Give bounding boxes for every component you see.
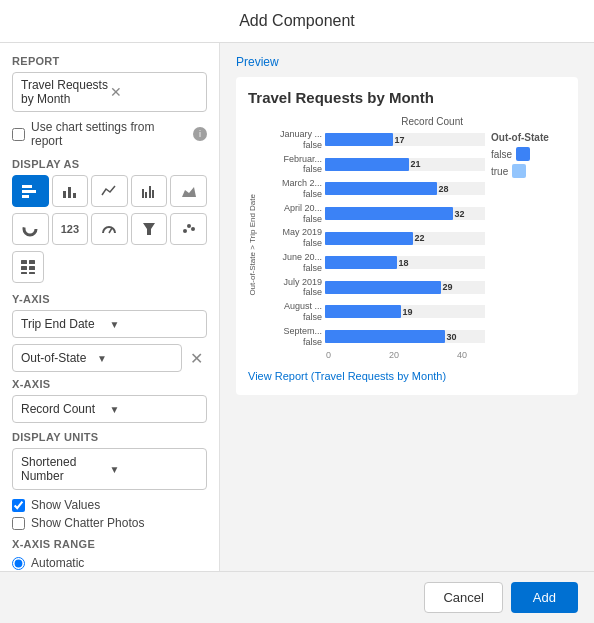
bar-fill bbox=[325, 305, 401, 318]
dropdown-arrow2: ▼ bbox=[97, 353, 173, 364]
legend: Out-of-State false true bbox=[491, 116, 566, 383]
svg-point-11 bbox=[24, 223, 36, 235]
bar-fill bbox=[325, 232, 413, 245]
display-number-btn[interactable]: 123 bbox=[52, 213, 89, 245]
display-units-dropdown[interactable]: Shortened Number ▼ bbox=[12, 448, 207, 490]
chart-title: Travel Requests by Month bbox=[248, 89, 566, 106]
x-tick-40: 40 bbox=[457, 350, 467, 360]
bar-y-label: August ... false bbox=[264, 301, 322, 323]
bar-value-label: 17 bbox=[395, 133, 405, 146]
y-axis-field2-dropdown[interactable]: Out-of-State ▼ bbox=[12, 344, 182, 372]
show-values-row: Show Values bbox=[12, 498, 207, 512]
show-chatter-label: Show Chatter Photos bbox=[31, 516, 144, 530]
bar-value-label: 19 bbox=[403, 305, 413, 318]
bar-row: May 2019 false22 bbox=[264, 227, 485, 249]
svg-point-14 bbox=[183, 229, 187, 233]
display-bar-grouped-btn[interactable] bbox=[131, 175, 168, 207]
bar-y-label: July 2019 false bbox=[264, 277, 322, 299]
bar-wrapper: 30 bbox=[325, 330, 485, 343]
display-area-btn[interactable] bbox=[170, 175, 207, 207]
svg-rect-2 bbox=[22, 195, 29, 198]
use-chart-settings-row: Use chart settings from report i bbox=[12, 120, 207, 148]
display-as-grid-row1 bbox=[12, 175, 207, 207]
svg-rect-9 bbox=[152, 190, 154, 198]
x-axis-dropdown[interactable]: Record Count ▼ bbox=[12, 395, 207, 423]
bar-value-label: 18 bbox=[399, 256, 409, 269]
svg-rect-17 bbox=[21, 260, 27, 264]
clear-report-icon[interactable]: ✕ bbox=[110, 84, 199, 100]
display-line-btn[interactable] bbox=[91, 175, 128, 207]
display-donut-btn[interactable] bbox=[12, 213, 49, 245]
bar-row: April 20... false32 bbox=[264, 203, 485, 225]
svg-rect-21 bbox=[21, 272, 27, 274]
bar-row: March 2... false28 bbox=[264, 178, 485, 200]
show-chatter-row: Show Chatter Photos bbox=[12, 516, 207, 530]
display-funnel-btn[interactable] bbox=[131, 213, 168, 245]
remove-y-axis-field2-btn[interactable]: ✕ bbox=[186, 347, 207, 370]
bar-fill bbox=[325, 133, 393, 146]
show-values-checkbox[interactable] bbox=[12, 499, 25, 512]
svg-rect-3 bbox=[63, 191, 66, 198]
legend-false-box bbox=[516, 147, 530, 161]
x-axis-label: X-Axis bbox=[12, 378, 207, 390]
svg-rect-20 bbox=[29, 266, 35, 270]
dialog-title: Add Component bbox=[0, 0, 594, 43]
y-axis-field1-dropdown[interactable]: Trip End Date ▼ bbox=[12, 310, 207, 338]
bar-y-label: May 2019 false bbox=[264, 227, 322, 249]
bar-y-label: April 20... false bbox=[264, 203, 322, 225]
add-button[interactable]: Add bbox=[511, 582, 578, 613]
view-report-link[interactable]: View Report (Travel Requests by Month) bbox=[248, 370, 446, 382]
legend-title: Out-of-State bbox=[491, 132, 566, 143]
preview-label: Preview bbox=[236, 55, 578, 69]
display-units-label: Display Units bbox=[12, 431, 207, 443]
bar-fill bbox=[325, 330, 445, 343]
display-bar-vert-btn[interactable] bbox=[52, 175, 89, 207]
automatic-radio[interactable] bbox=[12, 557, 25, 570]
info-icon[interactable]: i bbox=[193, 127, 207, 141]
cancel-button[interactable]: Cancel bbox=[424, 582, 502, 613]
display-gauge-btn[interactable] bbox=[91, 213, 128, 245]
display-units-arrow: ▼ bbox=[110, 464, 199, 475]
display-table-btn[interactable] bbox=[12, 251, 44, 283]
bar-row: August ... false19 bbox=[264, 301, 485, 323]
x-tick-20: 20 bbox=[389, 350, 399, 360]
svg-rect-8 bbox=[149, 186, 151, 198]
svg-line-12 bbox=[109, 228, 112, 233]
right-panel: Preview Travel Requests by Month Record … bbox=[220, 43, 594, 571]
legend-false-label: false bbox=[491, 149, 512, 160]
bar-row: Septem... false30 bbox=[264, 326, 485, 348]
bar-value-label: 30 bbox=[447, 330, 457, 343]
report-value: Travel Requests by Month bbox=[21, 78, 110, 106]
x-axis-range-label: X-Axis Range bbox=[12, 538, 207, 550]
x-axis-ticks: 0 20 40 bbox=[326, 350, 485, 360]
bar-fill bbox=[325, 158, 409, 171]
y-axis-label: Y-Axis bbox=[12, 293, 207, 305]
bar-row: July 2019 false29 bbox=[264, 277, 485, 299]
report-select[interactable]: Travel Requests by Month ✕ bbox=[12, 72, 207, 112]
bar-value-label: 28 bbox=[439, 182, 449, 195]
radio-group: Automatic Custom bbox=[12, 556, 207, 571]
bar-value-label: 21 bbox=[411, 158, 421, 171]
x-tick-0: 0 bbox=[326, 350, 331, 360]
use-chart-settings-label: Use chart settings from report bbox=[31, 120, 187, 148]
bar-y-label: January ... false bbox=[264, 129, 322, 151]
bar-row: January ... false17 bbox=[264, 129, 485, 151]
svg-point-16 bbox=[191, 227, 195, 231]
display-scatter-btn[interactable] bbox=[170, 213, 207, 245]
y-axis-rotated-label: Out-of-State > Trip End Date bbox=[248, 129, 262, 360]
bar-fill bbox=[325, 281, 441, 294]
show-chatter-checkbox[interactable] bbox=[12, 517, 25, 530]
bar-fill bbox=[325, 256, 397, 269]
bar-fill bbox=[325, 182, 437, 195]
svg-rect-5 bbox=[73, 193, 76, 198]
automatic-label: Automatic bbox=[31, 556, 84, 570]
bar-wrapper: 32 bbox=[325, 207, 485, 220]
bar-value-label: 32 bbox=[455, 207, 465, 220]
display-bar-horiz-btn[interactable] bbox=[12, 175, 49, 207]
display-as-grid-row3 bbox=[12, 251, 207, 283]
bar-wrapper: 28 bbox=[325, 182, 485, 195]
bars-area: January ... false17Februar... false21Mar… bbox=[264, 129, 485, 360]
x-axis-top-label: Record Count bbox=[248, 116, 485, 127]
legend-item-true: true bbox=[491, 164, 566, 178]
use-chart-settings-checkbox[interactable] bbox=[12, 128, 25, 141]
